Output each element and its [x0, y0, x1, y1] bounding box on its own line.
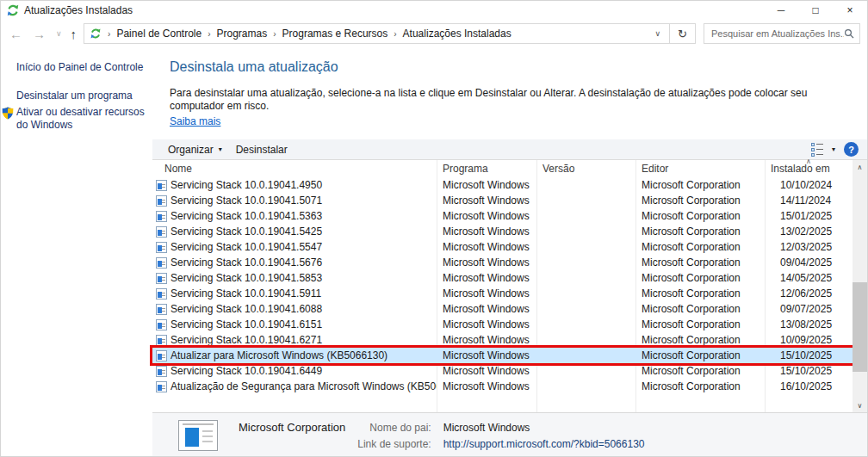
update-name: Servicing Stack 10.0.19041.6088	[170, 303, 322, 315]
details-support-link[interactable]: http://support.microsoft.com/?kbid=50661…	[443, 438, 645, 450]
window-title: Atualizações Instaladas	[24, 4, 133, 16]
scrollbar-thumb[interactable]	[852, 282, 867, 372]
uninstall-label: Desinstalar	[236, 144, 288, 156]
table-row[interactable]: Servicing Stack 10.0.19041.6088Microsoft…	[152, 301, 852, 317]
update-icon	[156, 304, 167, 315]
update-name: Servicing Stack 10.0.19041.6151	[170, 318, 322, 330]
help-icon[interactable]: ?	[844, 142, 859, 157]
table-row[interactable]: Servicing Stack 10.0.19041.6151Microsoft…	[152, 317, 852, 332]
update-name: Servicing Stack 10.0.19041.5911	[170, 287, 321, 300]
scrollbar-track[interactable]	[852, 174, 867, 398]
table-row[interactable]: Servicing Stack 10.0.19041.5911Microsoft…	[152, 286, 852, 301]
change-view-icon[interactable]	[811, 143, 823, 157]
address-dropdown-chevron-icon[interactable]: ∨	[649, 29, 666, 38]
update-icon	[156, 366, 167, 377]
update-name: Atualização de Segurança para Microsoft …	[170, 380, 437, 392]
recent-pages-chevron-icon[interactable]: ∨	[56, 29, 62, 38]
breadcrumb[interactable]: › Painel de Controle › Programas › Progr…	[84, 23, 670, 44]
table-row[interactable]: Atualização de Segurança para Microsoft …	[152, 379, 852, 394]
update-name: Servicing Stack 10.0.19041.5363	[170, 210, 322, 222]
column-header-publisher[interactable]: Editor	[636, 160, 765, 177]
table-row[interactable]: Servicing Stack 10.0.19041.6449Microsoft…	[152, 363, 852, 379]
sidebar-item-label: Ativar ou desativar recursos do Windows	[16, 106, 145, 131]
vertical-scrollbar[interactable]: ∧ ∨	[852, 160, 867, 412]
command-toolbar: Organizar ▾ Desinstalar ▾ ?	[152, 139, 867, 160]
page-title: Desinstala uma atualização	[170, 59, 850, 75]
forward-icon[interactable]: →	[33, 27, 46, 41]
details-parent-label: Nome do pai:	[357, 422, 431, 434]
update-name: Servicing Stack 10.0.19041.6271	[170, 334, 322, 346]
column-header-program[interactable]: Programa	[437, 160, 536, 177]
uninstall-button[interactable]: Desinstalar	[229, 141, 294, 158]
column-header-version[interactable]: Versão	[536, 160, 636, 177]
uac-shield-icon	[2, 107, 14, 120]
table-row-selected[interactable]: Atualizar para Microsoft Windows (KB5066…	[152, 348, 852, 363]
windows-update-icon	[6, 3, 20, 17]
update-name: Servicing Stack 10.0.19041.6449	[170, 365, 322, 377]
scroll-down-icon[interactable]: ∨	[852, 398, 867, 412]
update-icon	[156, 319, 167, 330]
main-content: Desinstala uma atualização Para desinsta…	[152, 47, 867, 457]
update-icon	[156, 180, 167, 191]
title-bar: Atualizações Instaladas ─ □ ×	[1, 1, 867, 20]
table-row[interactable]: Servicing Stack 10.0.19041.5071Microsoft…	[152, 193, 852, 208]
sidebar-item-control-panel-home[interactable]: Início do Painel de Controle	[16, 61, 147, 74]
table-rows: Servicing Stack 10.0.19041.4950Microsoft…	[152, 177, 867, 394]
column-header-name[interactable]: Nome	[152, 160, 437, 177]
learn-more-link[interactable]: Saiba mais	[170, 115, 220, 127]
close-button[interactable]: ×	[833, 1, 867, 20]
breadcrumb-item-programs[interactable]: Programas	[217, 28, 268, 40]
breadcrumb-separator: ›	[208, 29, 210, 39]
table-header: Nome Programa Versão Editor ∧ Instalado …	[152, 160, 867, 177]
search-input[interactable]	[711, 28, 844, 39]
table-row[interactable]: Servicing Stack 10.0.19041.5363Microsoft…	[152, 208, 852, 224]
minimize-button[interactable]: ─	[764, 1, 798, 20]
update-icon	[156, 211, 167, 222]
organize-label: Organizar	[168, 144, 214, 156]
sidebar-item-uninstall-program[interactable]: Desinstalar um programa	[16, 90, 147, 102]
table-row[interactable]: Servicing Stack 10.0.19041.5425Microsoft…	[152, 224, 852, 239]
update-icon	[156, 226, 167, 238]
breadcrumb-item-programs-features[interactable]: Programas e Recursos	[282, 28, 388, 40]
organize-button[interactable]: Organizar ▾	[161, 141, 229, 158]
navigation-bar: ← → ∨ ↑ › Painel de Controle › Programas…	[1, 20, 867, 47]
breadcrumb-separator: ›	[394, 29, 396, 39]
updates-list: Nome Programa Versão Editor ∧ Instalado …	[152, 160, 867, 412]
sidebar: Início do Painel de Controle Desinstalar…	[1, 47, 152, 457]
back-icon[interactable]: ←	[9, 27, 22, 41]
update-icon	[156, 242, 167, 253]
table-row[interactable]: Servicing Stack 10.0.19041.4950Microsoft…	[152, 177, 852, 193]
table-row[interactable]: Servicing Stack 10.0.19041.5676Microsoft…	[152, 255, 852, 270]
view-dropdown-chevron-icon[interactable]: ▾	[832, 145, 835, 153]
breadcrumb-item-installed-updates[interactable]: Atualizações Instaladas	[403, 28, 512, 40]
table-row[interactable]: Servicing Stack 10.0.19041.6271Microsoft…	[152, 332, 852, 348]
table-row[interactable]: Servicing Stack 10.0.19041.5547Microsoft…	[152, 239, 852, 255]
breadcrumb-item-control-panel[interactable]: Painel de Controle	[116, 28, 202, 40]
installed-updates-window: Atualizações Instaladas ─ □ × ← → ∨ ↑ › …	[0, 0, 868, 457]
sidebar-item-windows-features[interactable]: Ativar ou desativar recursos do Windows	[16, 106, 147, 132]
refresh-icon[interactable]: ↻	[670, 23, 696, 44]
details-pane: Microsoft Corporation Nome do pai: Micro…	[152, 412, 867, 457]
update-icon	[156, 195, 167, 207]
breadcrumb-separator: ›	[108, 29, 110, 39]
table-row[interactable]: Servicing Stack 10.0.19041.5853Microsoft…	[152, 270, 852, 286]
update-name: Servicing Stack 10.0.19041.5071	[170, 195, 322, 207]
update-icon	[156, 273, 167, 284]
search-box[interactable]	[704, 23, 860, 44]
update-icon	[156, 288, 167, 300]
sort-ascending-icon: ∧	[806, 157, 811, 165]
maximize-button[interactable]: □	[798, 1, 833, 20]
details-support-label: Link de suporte:	[357, 438, 431, 450]
column-header-installed-on[interactable]: ∧ Instalado em	[765, 160, 852, 177]
update-name: Servicing Stack 10.0.19041.5425	[170, 225, 322, 238]
details-publisher: Microsoft Corporation	[239, 421, 345, 434]
update-package-icon	[178, 420, 218, 451]
search-icon	[844, 28, 854, 39]
update-name: Atualizar para Microsoft Windows (KB5066…	[170, 349, 388, 361]
update-name: Servicing Stack 10.0.19041.5547	[170, 241, 322, 253]
update-icon	[156, 335, 167, 346]
update-name: Servicing Stack 10.0.19041.5676	[170, 256, 322, 269]
update-name: Servicing Stack 10.0.19041.5853	[170, 272, 322, 284]
up-icon[interactable]: ↑	[71, 27, 78, 41]
scroll-up-icon[interactable]: ∧	[852, 160, 867, 174]
